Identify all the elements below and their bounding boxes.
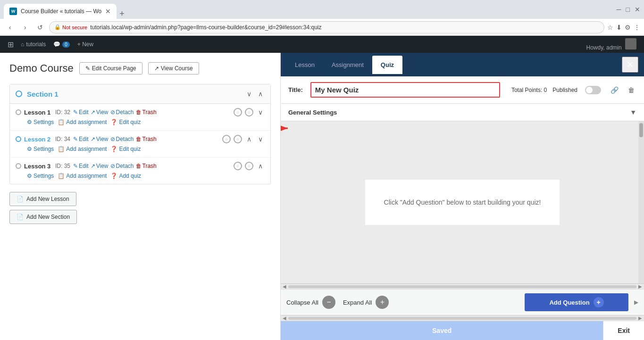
horizontal-scrollbar-2[interactable]: ◀ ▶ bbox=[281, 315, 644, 321]
lesson-3-move-up-button[interactable]: ∧ bbox=[256, 161, 265, 171]
lesson-1-icon-2[interactable]: ○ bbox=[245, 108, 253, 116]
collapse-all-button[interactable]: − bbox=[322, 296, 335, 309]
external-link-icon: ↗ bbox=[154, 65, 159, 72]
quiz-empty-message: Click "Add Question" below to start buil… bbox=[365, 180, 560, 225]
new-content-button[interactable]: + New bbox=[74, 36, 97, 53]
section-title: Section 1 bbox=[27, 90, 245, 98]
exit-button[interactable]: Exit bbox=[603, 321, 644, 340]
expand-all-button[interactable]: + bbox=[376, 296, 389, 309]
lesson-1-icon-1[interactable]: ○ bbox=[234, 108, 242, 116]
window-maximize-button[interactable]: □ bbox=[626, 6, 630, 13]
tab-lesson[interactable]: Lesson bbox=[286, 56, 323, 74]
tab-quiz[interactable]: Quiz bbox=[372, 56, 402, 74]
lesson-2-move-up-button[interactable]: ∧ bbox=[245, 134, 253, 144]
lesson-3-add-assignment-link[interactable]: 📋 Add assignment bbox=[58, 173, 107, 179]
quiz-icon: ❓ bbox=[110, 119, 117, 125]
window-close-button[interactable]: ✕ bbox=[635, 6, 640, 13]
quiz-title-input[interactable] bbox=[311, 83, 499, 97]
lesson-1-edit-quiz-link[interactable]: ❓ Edit quiz bbox=[110, 119, 141, 125]
lesson-2-add-assignment-link[interactable]: 📋 Add assignment bbox=[58, 146, 107, 152]
lesson-1-id: ID: 32 bbox=[55, 109, 70, 116]
lesson-2-detach-link[interactable]: ⊘ Detach bbox=[110, 136, 134, 142]
lesson-2-icon-2[interactable]: ○ bbox=[234, 135, 242, 143]
lesson-3-detach-link[interactable]: ⊘ Detach bbox=[110, 163, 134, 169]
right-scroll-arrow[interactable]: ▶ bbox=[634, 299, 638, 306]
lesson-1-sub-actions: ⚙ Settings 📋 Add assignment ❓ Edit quiz bbox=[16, 117, 265, 126]
lesson-3-edit-link[interactable]: ✎ Edit bbox=[73, 163, 89, 169]
lesson-3-add-quiz-link[interactable]: ❓ Add quiz bbox=[110, 173, 141, 179]
general-settings-row[interactable]: General Settings ▼ bbox=[281, 104, 644, 121]
tab-close-button[interactable]: ✕ bbox=[105, 8, 111, 15]
star-icon[interactable]: ☆ bbox=[607, 24, 613, 31]
lesson-2-settings-link[interactable]: ⚙ Settings bbox=[27, 146, 54, 152]
wp-logo-button[interactable]: ⊞ bbox=[4, 38, 17, 51]
scroll-right-arrow[interactable]: ▶ bbox=[638, 284, 642, 289]
add-new-section-button[interactable]: 📄 Add New Section bbox=[9, 210, 77, 224]
site-name-button[interactable]: ⌂ tutorials bbox=[17, 36, 50, 53]
refresh-button[interactable]: ↺ bbox=[34, 21, 46, 33]
section-move-up-button[interactable]: ∧ bbox=[256, 89, 265, 99]
comment-count: 0 bbox=[62, 41, 70, 48]
menu-icon[interactable]: ⋮ bbox=[634, 24, 640, 31]
lesson-1-settings-link[interactable]: ⚙ Settings bbox=[27, 119, 54, 125]
howdy-text: Howdy, admin bbox=[583, 38, 640, 51]
quiz-icon: ❓ bbox=[110, 173, 117, 179]
add-question-button[interactable]: Add Question + bbox=[525, 293, 628, 311]
published-toggle[interactable] bbox=[585, 86, 601, 94]
add-new-lesson-button[interactable]: 📄 Add New Lesson bbox=[9, 192, 76, 206]
lesson-2-icon-1[interactable]: ○ bbox=[222, 135, 231, 143]
lesson-2-trash-link[interactable]: 🗑 Trash bbox=[136, 136, 157, 142]
lesson-3-view-link[interactable]: ↗ View bbox=[91, 163, 109, 169]
edit-course-page-button[interactable]: ✎ Edit Course Page bbox=[79, 62, 142, 75]
download-icon[interactable]: ⬇ bbox=[616, 24, 622, 31]
scroll-left-arrow-2[interactable]: ◀ bbox=[283, 315, 286, 321]
lesson-3-trash-link[interactable]: 🗑 Trash bbox=[136, 163, 157, 169]
lesson-3-icon-1[interactable]: ○ bbox=[234, 162, 242, 170]
lesson-2-edit-link[interactable]: ✎ Edit bbox=[73, 136, 89, 142]
quiz-link-icon-button[interactable]: 🔗 bbox=[609, 85, 620, 95]
lesson-3-icon-2[interactable]: ○ bbox=[245, 162, 253, 170]
active-tab[interactable]: W Course Builder « tutorials — Wo ✕ bbox=[4, 4, 117, 19]
section-collapse-button[interactable]: ∨ bbox=[245, 89, 253, 99]
address-bar[interactable]: 🔒 Not secure tutorials.local/wp-admin/ad… bbox=[49, 21, 604, 33]
comment-icon: 💬 bbox=[53, 41, 60, 48]
lesson-2-view-link[interactable]: ↗ View bbox=[91, 136, 109, 142]
lesson-1-detach-link[interactable]: ⊘ Detach bbox=[110, 109, 134, 116]
window-minimize-button[interactable]: ─ bbox=[617, 6, 621, 13]
lesson-3-icons: ○ ○ ∧ bbox=[234, 161, 265, 171]
new-tab-button[interactable]: + bbox=[117, 9, 127, 19]
lesson-1-add-assignment-link[interactable]: 📋 Add assignment bbox=[58, 119, 107, 125]
lesson-2-expand-button[interactable]: ∨ bbox=[256, 134, 265, 144]
extension-icon[interactable]: ⚙ bbox=[625, 24, 631, 31]
vertical-scrollbar[interactable] bbox=[638, 121, 644, 283]
lesson-1-trash-link[interactable]: 🗑 Trash bbox=[136, 109, 157, 116]
user-avatar bbox=[625, 38, 636, 50]
section-header: Section 1 ∨ ∧ bbox=[10, 84, 270, 104]
lesson-3-id: ID: 35 bbox=[55, 163, 70, 169]
lesson-2-icons: ○ ○ ∧ ∨ bbox=[222, 134, 265, 144]
lesson-3-settings-link[interactable]: ⚙ Settings bbox=[27, 173, 54, 179]
tab-assignment[interactable]: Assignment bbox=[323, 56, 372, 74]
panel-close-button[interactable]: ✕ bbox=[622, 57, 638, 73]
saved-button[interactable]: Saved bbox=[281, 321, 603, 340]
browser-tabs: W Course Builder « tutorials — Wo ✕ + bbox=[4, 0, 127, 19]
edit-icon: ✎ bbox=[73, 136, 78, 142]
scroll-right-arrow-2[interactable]: ▶ bbox=[638, 315, 642, 321]
view-course-button[interactable]: ↗ View Course bbox=[148, 62, 199, 75]
left-panel: Demo Course ✎ Edit Course Page ↗ View Co… bbox=[0, 53, 281, 340]
lesson-2-edit-quiz-link[interactable]: ❓ Edit quiz bbox=[110, 146, 141, 152]
scrollbar-thumb bbox=[639, 123, 643, 137]
back-button[interactable]: ‹ bbox=[4, 21, 16, 33]
lesson-1-expand-button[interactable]: ∨ bbox=[256, 108, 265, 117]
scroll-left-arrow[interactable]: ◀ bbox=[283, 284, 286, 289]
edit-icon: ✎ bbox=[85, 65, 90, 72]
quiz-delete-icon-button[interactable]: 🗑 bbox=[626, 85, 636, 95]
comments-button[interactable]: 💬 0 bbox=[50, 36, 74, 53]
lesson-1-view-link[interactable]: ↗ View bbox=[91, 109, 109, 116]
lesson-row: Lesson 3 ID: 35 ✎ Edit ↗ View ⊘ Detach 🗑… bbox=[10, 158, 270, 184]
forward-button[interactable]: › bbox=[19, 21, 31, 33]
quiz-title-input-wrap bbox=[310, 82, 500, 98]
collapse-all-label: Collapse All bbox=[286, 299, 318, 306]
horizontal-scrollbar[interactable]: ◀ ▶ bbox=[281, 283, 644, 289]
lesson-1-edit-link[interactable]: ✎ Edit bbox=[73, 109, 89, 116]
